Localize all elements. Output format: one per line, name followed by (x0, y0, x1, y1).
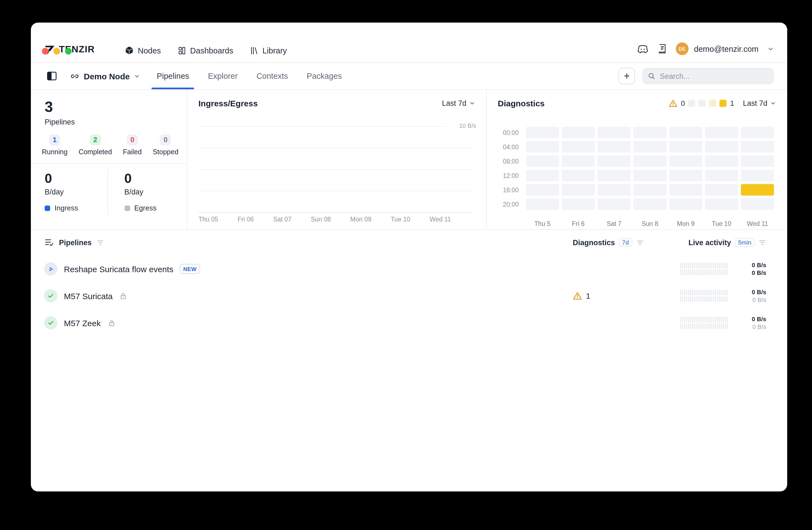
ingress-swatch (45, 205, 50, 211)
pipeline-name[interactable]: M57 Zeek (64, 318, 101, 327)
completed-count-badge: 2 (90, 134, 101, 145)
nav-label: Nodes (138, 46, 161, 55)
warning-count: 1 (586, 292, 590, 300)
filter-icon[interactable] (758, 239, 766, 246)
heatmap-col-label: Tue 10 (705, 213, 738, 227)
docs-icon[interactable] (658, 44, 667, 54)
diagnostics-title: Diagnostics (498, 99, 545, 108)
discord-icon[interactable] (637, 44, 649, 54)
ingress-stat: 0 B/day Ingress (31, 164, 107, 218)
heatmap-cell (633, 170, 666, 181)
pipeline-row[interactable]: M57 Suricata (31, 283, 787, 309)
diagnostics-legend: 0 1 Last 7d (669, 99, 776, 107)
sidebar-toggle-button[interactable] (45, 69, 59, 83)
scale-cell-2 (709, 100, 716, 107)
nav-item-dashboards[interactable]: Dashboards (177, 46, 233, 55)
pipeline-name[interactable]: M57 Suricata (64, 291, 113, 300)
diagnostics-panel: Diagnostics 0 (487, 90, 787, 229)
egress-rate: 0 B/s (739, 296, 766, 304)
heatmap-col-label: Sun 8 (633, 213, 666, 227)
tab-packages[interactable]: Packages (307, 63, 342, 89)
gridline (199, 126, 448, 127)
live-range-badge[interactable]: 5min (735, 238, 755, 247)
add-pipeline-button[interactable]: + (619, 68, 635, 84)
chart-range-dropdown[interactable]: Last 7d (442, 99, 475, 107)
heatmap-cell (705, 127, 738, 138)
search-icon (648, 72, 655, 80)
x-axis-tick-label: Fri 06 (237, 216, 254, 223)
ingress-unit: B/day (45, 188, 107, 196)
ingress-sparkline (680, 290, 727, 295)
heatmap-cell (669, 184, 702, 195)
heatmap-cell (741, 198, 774, 210)
link-icon (70, 71, 79, 81)
screen: TENZIR Nodes (0, 0, 812, 530)
heatmap-cell (597, 170, 630, 181)
heatmap-row-label: 20:00 (496, 198, 523, 210)
pipelines-list-header: Pipelines Diagnostics 7d (31, 230, 787, 255)
x-axis-tick-label: Sun 08 (311, 216, 331, 223)
heatmap-cell (562, 198, 595, 210)
egress-rate: 0 B/s (739, 323, 766, 331)
pipeline-live-cell: 0 B/s 0 B/s (680, 288, 766, 304)
heatmap-corner (496, 213, 523, 224)
gridline (199, 148, 473, 148)
tab-explorer[interactable]: Explorer (208, 63, 237, 89)
pipeline-row[interactable]: Reshape Suricata flow events NEW 0 B/s 0… (31, 256, 787, 282)
heatmap-cell (705, 170, 738, 181)
activity-sparkline (680, 263, 727, 275)
heatmap-cell (597, 141, 630, 152)
pipeline-name[interactable]: Reshape Suricata flow events (64, 264, 173, 274)
heatmap-cell (633, 198, 666, 210)
node-picker[interactable]: Demo Node (70, 71, 140, 81)
heatmap-cell (562, 156, 595, 167)
diagnostics-range-badge[interactable]: 7d (619, 238, 632, 247)
heatmap-cell (741, 156, 774, 167)
tab-pipelines[interactable]: Pipelines (157, 63, 189, 89)
nav-item-library[interactable]: Library (250, 46, 287, 55)
heatmap-row-label: 16:00 (496, 184, 523, 195)
avatar[interactable]: DE (676, 42, 688, 55)
nav-item-nodes[interactable]: Nodes (125, 46, 161, 55)
heatmap-cell (741, 141, 774, 152)
filter-icon[interactable] (97, 239, 104, 246)
search-box (642, 68, 774, 84)
egress-swatch (124, 205, 130, 211)
running-status-icon (44, 262, 57, 276)
user-email[interactable]: demo@tenzir.com (694, 44, 758, 53)
status-label: Completed (78, 148, 112, 156)
x-axis-tick-label: Tue 10 (391, 216, 410, 223)
heatmap-col-label: Wed 11 (741, 213, 774, 227)
nav-label: Library (262, 46, 287, 55)
scale-cell-1 (699, 100, 706, 107)
diagnostics-heatmap: 00:0004:0008:0012:0016:0020:00Thu 5Fri 6… (496, 127, 774, 224)
warning-indicator[interactable]: 1 (573, 292, 590, 300)
tab-contexts[interactable]: Contexts (256, 63, 288, 89)
activity-sparkline (680, 317, 727, 329)
search-input[interactable] (660, 72, 768, 80)
pipeline-row[interactable]: M57 Zeek (31, 310, 787, 336)
close-button[interactable] (42, 48, 48, 55)
diagnostics-column-header: Diagnostics 7d (562, 238, 680, 247)
warning-count: 0 (681, 99, 685, 107)
zoom-button[interactable] (65, 48, 72, 55)
list-title: Pipelines (59, 238, 92, 247)
throughput-stats: 0 B/day Ingress 0 B/day Egress (31, 164, 187, 218)
heatmap-col-label: Mon 9 (669, 213, 702, 227)
ingress-rate: 0 B/s (739, 288, 766, 296)
minimize-button[interactable] (54, 48, 60, 55)
status-running: 1 Running (42, 134, 68, 156)
list-check-icon (44, 238, 54, 247)
activity-sparkline (680, 290, 727, 302)
chevron-down-icon[interactable] (767, 45, 774, 52)
heatmap-cell (741, 127, 774, 138)
diagnostics-range-dropdown[interactable]: Last 7d (743, 99, 776, 107)
egress-label: Egress (134, 204, 157, 212)
heatmap-cell (705, 156, 738, 167)
chevron-down-icon (134, 73, 140, 79)
heatmap-cell (669, 170, 702, 181)
filter-icon[interactable] (636, 239, 644, 246)
heatmap-cell (705, 198, 738, 210)
status-counts: 1 Running 2 Completed 0 Failed 0 Stopped (31, 126, 187, 156)
heatmap-cell (633, 127, 666, 138)
